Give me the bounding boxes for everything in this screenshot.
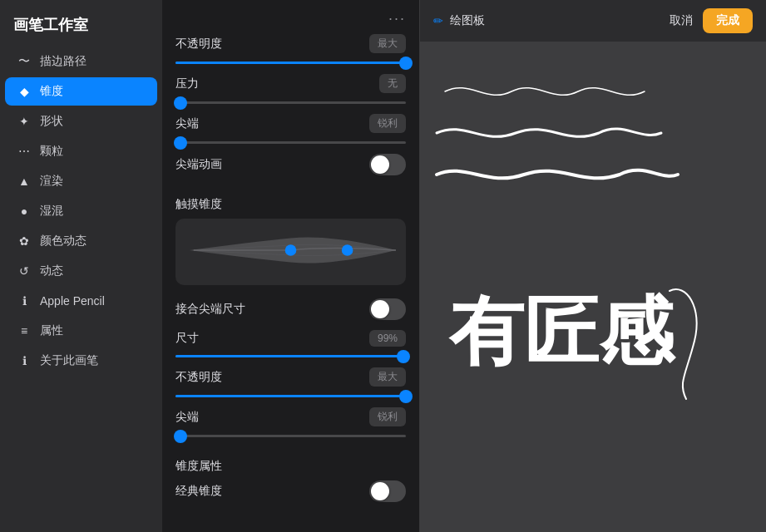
apple-pencil-icon: ℹ xyxy=(17,293,32,308)
size-label: 尺寸 xyxy=(175,331,199,346)
render-icon: ▲ xyxy=(17,174,32,189)
opacity-row: 不透明度 最大 xyxy=(175,34,406,53)
sidebar-item-label: 锥度 xyxy=(40,84,63,99)
tip-slider-track xyxy=(175,141,406,144)
sidebar-item-label: 属性 xyxy=(40,323,63,338)
opacity2-slider-thumb[interactable] xyxy=(399,390,413,403)
opacity-slider-track xyxy=(175,62,406,64)
tip2-slider-track xyxy=(175,435,406,437)
classic-taper-toggle[interactable] xyxy=(369,480,406,502)
sidebar-item-blend[interactable]: ● 湿混 xyxy=(5,197,157,225)
sidebar-item-grain[interactable]: ⋯ 颗粒 xyxy=(5,137,157,165)
sidebar-item-properties[interactable]: ≡ 属性 xyxy=(5,317,157,345)
sidebar-item-dynamics[interactable]: ↺ 动态 xyxy=(5,257,157,285)
tip-slider-container[interactable] xyxy=(175,136,406,144)
done-button[interactable]: 完成 xyxy=(703,8,753,33)
more-options-button[interactable]: ··· xyxy=(388,10,406,27)
touch-pressure-title: 触摸锥度 xyxy=(175,197,406,212)
canvas-content[interactable] xyxy=(420,42,766,532)
stroke-path-icon: 〜 xyxy=(17,54,32,69)
pressure-node-right xyxy=(342,244,353,256)
size-row: 尺寸 99% xyxy=(175,330,406,347)
tip-animation-row: 尖端动画 xyxy=(175,154,406,175)
canvas-label-text: 绘图板 xyxy=(450,13,485,28)
sidebar-item-about[interactable]: ℹ 关于此画笔 xyxy=(5,347,157,375)
size-value: 99% xyxy=(369,330,406,347)
edit-icon: ✏ xyxy=(433,14,443,27)
sidebar-item-apple-pencil[interactable]: ℹ Apple Pencil xyxy=(5,287,157,315)
size-slider-container[interactable] xyxy=(175,350,406,357)
opacity-slider-thumb[interactable] xyxy=(399,57,413,70)
tip-animation-label: 尖端动画 xyxy=(175,157,222,172)
pressure-slider-thumb[interactable] xyxy=(174,96,187,110)
app-title: 画笔工作室 xyxy=(0,0,162,47)
classic-taper-label: 经典锥度 xyxy=(175,484,222,499)
fit-tip-toggle-knob xyxy=(371,300,389,318)
pressure-label: 压力 xyxy=(175,76,199,91)
size-slider-track xyxy=(175,355,406,357)
tip2-value: 锐利 xyxy=(369,407,406,426)
tip-row: 尖端 锐利 xyxy=(175,114,406,133)
tip2-slider-container[interactable] xyxy=(175,430,406,437)
sidebar-item-label: 关于此画笔 xyxy=(40,353,98,368)
pressure-node-left xyxy=(285,244,297,256)
pressure-slider-container[interactable] xyxy=(175,96,406,104)
tip2-slider-thumb[interactable] xyxy=(174,430,187,443)
cancel-button[interactable]: 取消 xyxy=(670,13,693,28)
sidebar: 画笔工作室 〜 描边路径 ◆ 锥度 ✦ 形状 ⋯ 颗粒 ▲ 渲染 ● 湿混 ✿ … xyxy=(0,0,162,532)
tip-value: 锐利 xyxy=(369,114,406,133)
taper-icon: ◆ xyxy=(17,84,32,99)
sidebar-item-label: 颗粒 xyxy=(40,144,63,159)
size-slider-fill xyxy=(175,355,403,357)
opacity-slider-container[interactable] xyxy=(175,57,406,64)
sidebar-item-stroke-path[interactable]: 〜 描边路径 xyxy=(5,47,157,76)
shape-icon: ✦ xyxy=(17,114,32,129)
opacity2-label: 不透明度 xyxy=(175,370,222,385)
touch-pressure-area xyxy=(175,219,406,285)
fit-tip-row: 接合尖端尺寸 xyxy=(175,298,406,320)
classic-taper-row: 经典锥度 xyxy=(175,480,406,502)
sidebar-item-label: 动态 xyxy=(40,264,63,278)
fit-tip-label: 接合尖端尺寸 xyxy=(175,302,245,317)
fit-tip-toggle[interactable] xyxy=(369,298,406,320)
tip2-row: 尖端 锐利 xyxy=(175,407,406,426)
canvas-area: ✏ 绘图板 取消 完成 xyxy=(420,0,766,532)
opacity-slider-fill xyxy=(175,62,406,64)
sidebar-item-label: Apple Pencil xyxy=(40,294,105,308)
pressure-slider-track xyxy=(175,101,406,104)
color-dynamics-icon: ✿ xyxy=(17,234,32,249)
sidebar-item-label: 渲染 xyxy=(40,174,63,189)
canvas-label: ✏ 绘图板 xyxy=(433,13,485,28)
tip2-label: 尖端 xyxy=(175,410,199,425)
properties-icon: ≡ xyxy=(17,323,32,338)
pressure-row: 压力 无 xyxy=(175,74,406,93)
sidebar-item-render[interactable]: ▲ 渲染 xyxy=(5,167,157,195)
tip-label: 尖端 xyxy=(175,116,199,131)
tip-animation-toggle-knob xyxy=(371,155,389,174)
sidebar-item-label: 颜色动态 xyxy=(40,234,86,249)
blend-icon: ● xyxy=(17,204,32,219)
sidebar-item-label: 湿混 xyxy=(40,204,63,219)
classic-taper-toggle-knob xyxy=(371,482,389,500)
sidebar-item-taper[interactable]: ◆ 锥度 xyxy=(5,77,157,106)
sidebar-item-shape[interactable]: ✦ 形状 xyxy=(5,107,157,135)
opacity2-slider-track xyxy=(175,395,406,397)
drawing-canvas[interactable] xyxy=(420,42,766,532)
more-options-container: ··· xyxy=(175,7,406,34)
taper-settings-panel: ··· 不透明度 最大 压力 无 尖端 锐利 尖端动画 xyxy=(162,0,420,532)
touch-pressure-visual xyxy=(185,234,396,267)
sidebar-item-color-dynamics[interactable]: ✿ 颜色动态 xyxy=(5,227,157,255)
sidebar-item-label: 形状 xyxy=(40,114,63,129)
pressure-value: 无 xyxy=(379,74,406,93)
opacity2-slider-fill xyxy=(175,395,406,397)
opacity-label: 不透明度 xyxy=(175,37,222,52)
grain-icon: ⋯ xyxy=(17,144,32,159)
opacity2-value: 最大 xyxy=(369,367,406,387)
opacity-value: 最大 xyxy=(369,34,406,53)
tip-slider-thumb[interactable] xyxy=(174,136,187,150)
canvas-toolbar: ✏ 绘图板 取消 完成 xyxy=(420,0,766,42)
tip-animation-toggle[interactable] xyxy=(369,154,406,175)
about-icon: ℹ xyxy=(17,353,32,368)
size-slider-thumb[interactable] xyxy=(397,350,410,363)
opacity2-slider-container[interactable] xyxy=(175,390,406,397)
